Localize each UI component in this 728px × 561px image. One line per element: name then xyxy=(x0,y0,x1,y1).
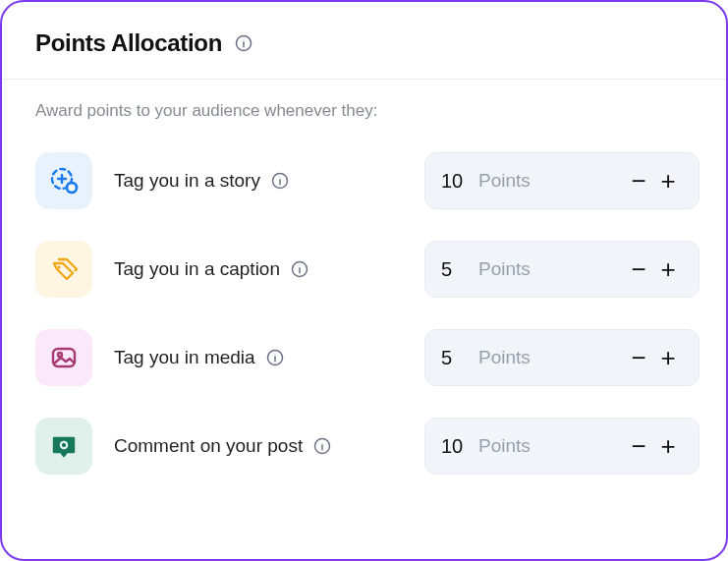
row-label-wrap: Tag you in a caption xyxy=(92,258,424,280)
points-value: 10 xyxy=(441,170,478,193)
info-icon[interactable] xyxy=(265,348,285,367)
media-icon-tile xyxy=(35,329,92,386)
decrement-button[interactable]: − xyxy=(624,431,653,461)
info-icon[interactable] xyxy=(234,33,253,53)
svg-point-19 xyxy=(274,354,275,355)
svg-point-10 xyxy=(280,177,281,178)
info-icon[interactable] xyxy=(290,259,309,279)
row-label-wrap: Tag you in a story xyxy=(92,170,424,192)
tag-icon xyxy=(48,253,80,285)
comment-mention-icon xyxy=(48,430,80,462)
points-allocation-card: Points Allocation Award points to your a… xyxy=(0,0,728,561)
points-unit: Points xyxy=(478,347,624,368)
svg-rect-15 xyxy=(53,349,75,366)
increment-button[interactable]: + xyxy=(653,431,683,461)
comment-icon-tile xyxy=(35,418,92,475)
svg-point-11 xyxy=(57,265,60,268)
points-unit: Points xyxy=(478,435,624,457)
row-label: Comment on your post xyxy=(114,435,303,457)
svg-point-23 xyxy=(322,442,323,443)
card-header: Points Allocation xyxy=(2,2,726,80)
points-value: 5 xyxy=(441,347,478,369)
allocation-rows: Tag you in a story 10 Points − + xyxy=(2,129,726,490)
points-value: 5 xyxy=(441,258,478,281)
increment-button[interactable]: + xyxy=(653,254,683,284)
svg-point-16 xyxy=(58,353,62,357)
story-icon-tile xyxy=(35,152,92,209)
row-label: Tag you in a caption xyxy=(114,258,280,280)
subhead-text: Award points to your audience whenever t… xyxy=(2,80,726,129)
image-icon xyxy=(48,342,80,373)
increment-button[interactable]: + xyxy=(653,166,683,196)
allocation-row-media: Tag you in media 5 Points − + xyxy=(35,313,693,402)
row-label-wrap: Tag you in media xyxy=(92,347,424,368)
points-value: 10 xyxy=(441,435,478,458)
points-stepper-story: 10 Points − + xyxy=(424,152,700,209)
info-icon[interactable] xyxy=(312,436,332,456)
allocation-row-comment: Comment on your post 10 Points − + xyxy=(35,402,693,490)
points-stepper-caption: 5 Points − + xyxy=(424,241,700,298)
row-label: Tag you in media xyxy=(114,347,255,368)
points-stepper-media: 5 Points − + xyxy=(424,329,700,386)
points-stepper-comment: 10 Points − + xyxy=(424,418,700,475)
page-title: Points Allocation xyxy=(35,29,222,57)
increment-button[interactable]: + xyxy=(653,343,683,372)
row-label: Tag you in a story xyxy=(114,170,260,192)
points-unit: Points xyxy=(478,170,624,192)
caption-icon-tile xyxy=(35,241,92,298)
add-story-icon xyxy=(48,165,80,196)
svg-point-14 xyxy=(300,265,301,266)
svg-point-2 xyxy=(244,39,245,40)
row-label-wrap: Comment on your post xyxy=(92,435,424,457)
decrement-button[interactable]: − xyxy=(624,254,653,284)
decrement-button[interactable]: − xyxy=(624,343,653,372)
allocation-row-caption: Tag you in a caption 5 Points − + xyxy=(35,225,693,313)
info-icon[interactable] xyxy=(270,171,290,191)
allocation-row-story: Tag you in a story 10 Points − + xyxy=(35,137,693,225)
decrement-button[interactable]: − xyxy=(624,166,653,196)
points-unit: Points xyxy=(478,258,624,280)
